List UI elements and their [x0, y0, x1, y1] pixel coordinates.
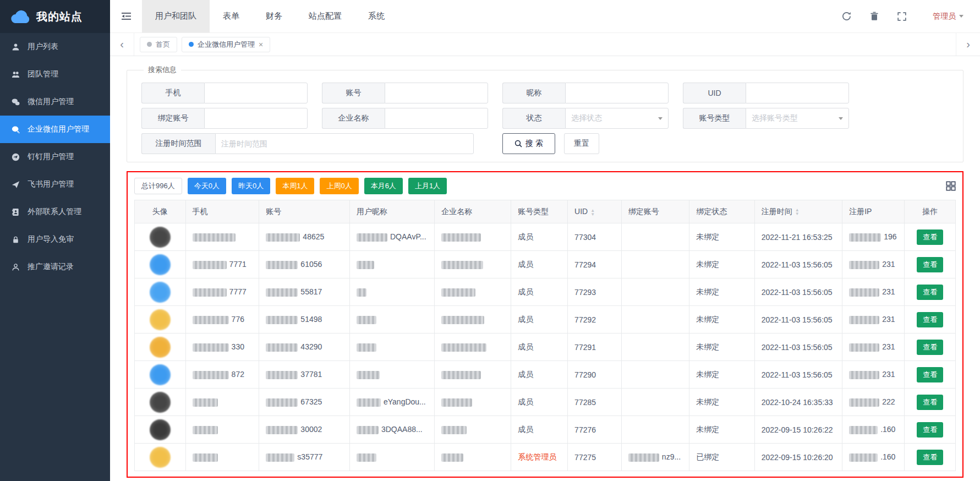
- status-label: 状态: [502, 108, 565, 129]
- view-button[interactable]: 查看: [917, 312, 943, 327]
- column-header-6[interactable]: UID▲▼: [568, 200, 622, 223]
- redacted-blur: [266, 398, 298, 407]
- brand[interactable]: 我的站点: [0, 0, 110, 33]
- sidebar-item-1[interactable]: 团队管理: [0, 61, 110, 88]
- cell-phone: [185, 223, 259, 251]
- stat-badge-5[interactable]: 本月6人: [364, 178, 403, 194]
- reset-button[interactable]: 重置: [564, 133, 599, 154]
- chevron-down-icon: [839, 117, 843, 120]
- view-button[interactable]: 查看: [917, 367, 943, 382]
- search-legend: 搜索信息: [144, 65, 181, 75]
- tabs-scroll-right-icon[interactable]: ›: [956, 33, 980, 56]
- cell-account: s35777: [259, 444, 350, 471]
- phone-input[interactable]: [204, 83, 308, 103]
- company-input[interactable]: [385, 108, 488, 129]
- sort-icon[interactable]: ▲▼: [590, 209, 595, 216]
- view-button[interactable]: 查看: [917, 450, 943, 465]
- table-row-1: 777161056成员77294未绑定2022-11-03 15:56:0523…: [135, 251, 956, 278]
- reg-time-input[interactable]: [215, 133, 474, 154]
- stat-badge-3[interactable]: 本周1人: [276, 178, 314, 194]
- account-type-field-group: 账号类型 选择账号类型: [683, 108, 849, 129]
- cell-reg-time: 2022-11-03 15:56:05: [754, 306, 842, 334]
- sidebar-item-6[interactable]: 外部联系人管理: [0, 198, 110, 226]
- contacts-icon: [11, 207, 20, 216]
- trash-icon[interactable]: [870, 12, 879, 21]
- cell-reg-ip: 196: [842, 223, 905, 251]
- sidebar-item-5[interactable]: 飞书用户管理: [0, 171, 110, 198]
- view-button[interactable]: 查看: [917, 395, 943, 410]
- view-button[interactable]: 查看: [917, 285, 943, 300]
- redacted-blur: [849, 233, 881, 242]
- cell-action: 查看: [905, 361, 956, 389]
- column-header-5: 账号类型: [511, 200, 568, 223]
- stat-badge-1[interactable]: 今天0人: [188, 178, 226, 194]
- redacted-blur: [357, 371, 380, 379]
- column-settings-icon[interactable]: [946, 181, 956, 191]
- stats-row: 总计996人今天0人昨天0人本周1人上周0人本月6人上月1人: [134, 178, 956, 194]
- status-select[interactable]: 选择状态: [565, 108, 669, 129]
- sort-icon[interactable]: ▲▼: [795, 208, 800, 216]
- cell-uid: 77290: [568, 361, 622, 389]
- sidebar-item-label: 外部联系人管理: [28, 207, 81, 217]
- view-button[interactable]: 查看: [917, 422, 943, 438]
- cell-company: [435, 361, 511, 389]
- column-header-8: 绑定状态: [689, 200, 754, 223]
- page-tab-0[interactable]: 首页: [140, 37, 177, 52]
- topnav-item-0[interactable]: 用户和团队: [142, 0, 210, 32]
- redacted-blur: [441, 453, 463, 462]
- table-row-2: 777755817成员77293未绑定2022-11-03 15:56:0523…: [135, 278, 956, 306]
- sidebar-item-8[interactable]: 推广邀请记录: [0, 253, 110, 281]
- cell-account: 43290: [259, 334, 350, 361]
- column-header-7: 绑定账号: [621, 200, 689, 223]
- account-type-label: 账号类型: [683, 108, 746, 129]
- cell-reg-ip: 222: [842, 389, 905, 416]
- column-header-4: 企业名称: [435, 200, 511, 223]
- app-root: 我的站点 用户列表团队管理微信用户管理企业微信用户管理钉钉用户管理飞书用户管理外…: [0, 0, 980, 481]
- topnav-item-4[interactable]: 系统: [355, 0, 398, 32]
- nickname-input[interactable]: [565, 83, 669, 103]
- user-name: 管理员: [933, 12, 956, 21]
- cell-bind-account: nz9...: [621, 444, 689, 471]
- sidebar-item-0[interactable]: 用户列表: [0, 33, 110, 61]
- column-header-9[interactable]: 注册时间▲▼: [754, 200, 842, 223]
- nickname-label: 昵称: [502, 83, 565, 103]
- cell-nickname: [349, 251, 434, 278]
- search-button[interactable]: 搜 索: [502, 133, 555, 154]
- sidebar-item-3[interactable]: 企业微信用户管理: [0, 116, 110, 143]
- content: 搜索信息 手机 账号 昵称 UID: [110, 56, 980, 481]
- cell-account: 48625: [259, 223, 350, 251]
- stat-badge-2[interactable]: 昨天0人: [232, 178, 270, 194]
- tabs-scroll-left-icon[interactable]: ‹: [110, 33, 134, 56]
- redacted-blur: [441, 288, 475, 297]
- bind-account-input[interactable]: [204, 108, 308, 129]
- topnav-item-2[interactable]: 财务: [253, 0, 295, 32]
- refresh-icon[interactable]: [842, 12, 851, 21]
- column-header-11: 操作: [905, 200, 956, 223]
- fullscreen-icon[interactable]: [897, 12, 906, 21]
- cell-company: [435, 389, 511, 416]
- topnav-item-1[interactable]: 表单: [210, 0, 253, 32]
- stat-badge-4[interactable]: 上周0人: [320, 178, 358, 194]
- view-button[interactable]: 查看: [917, 257, 943, 272]
- redacted-blur: [193, 343, 229, 352]
- redacted-blur: [193, 233, 236, 242]
- sidebar-item-7[interactable]: 用户导入免审: [0, 226, 110, 253]
- user-icon: [11, 42, 20, 51]
- sidebar-item-4[interactable]: 钉钉用户管理: [0, 143, 110, 171]
- stat-badge-0[interactable]: 总计996人: [134, 178, 182, 194]
- close-icon[interactable]: ×: [259, 41, 263, 48]
- uid-input[interactable]: [746, 83, 849, 103]
- topnav-item-3[interactable]: 站点配置: [295, 0, 355, 32]
- cell-uid: 77285: [568, 389, 622, 416]
- cell-avatar: [135, 416, 186, 444]
- user-menu[interactable]: 管理员: [933, 12, 963, 21]
- stat-badge-6[interactable]: 上月1人: [408, 178, 447, 194]
- account-type-select[interactable]: 选择账号类型: [746, 108, 849, 129]
- cell-phone: [185, 444, 259, 471]
- sidebar-item-2[interactable]: 微信用户管理: [0, 88, 110, 116]
- collapse-menu-icon[interactable]: [110, 0, 142, 32]
- view-button[interactable]: 查看: [917, 340, 943, 355]
- account-input[interactable]: [385, 83, 488, 103]
- page-tab-1[interactable]: 企业微信用户管理×: [182, 37, 270, 52]
- view-button[interactable]: 查看: [917, 229, 943, 245]
